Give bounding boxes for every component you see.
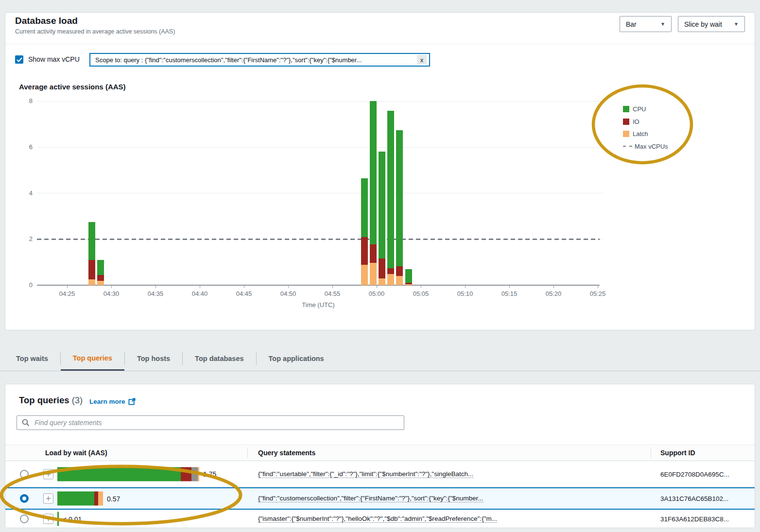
max-vcpus-line bbox=[37, 239, 600, 240]
bar-segment-io bbox=[387, 268, 394, 274]
x-tick-label: 05:15 bbox=[495, 290, 524, 297]
y-tick-label: 0 bbox=[18, 281, 33, 289]
tab-top-waits[interactable]: Top waits bbox=[11, 346, 60, 371]
load-value: < 0.01 bbox=[63, 515, 82, 523]
chart-bar-05:02[interactable] bbox=[396, 130, 403, 285]
x-tick-label: 04:25 bbox=[52, 290, 82, 297]
load-by-wait-bar[interactable]: 1.75 bbox=[57, 467, 216, 481]
x-tick-mark bbox=[598, 286, 598, 288]
x-tick-label: 05:05 bbox=[406, 290, 435, 297]
x-tick-mark bbox=[332, 286, 333, 288]
legend-label: IO bbox=[633, 118, 639, 125]
load-segment-other bbox=[191, 467, 198, 481]
chart-bar-05:03[interactable] bbox=[405, 269, 412, 285]
x-tick-label: 04:30 bbox=[97, 290, 126, 297]
query-row-3: < 0.01{"ismaster":{"$numberInt":"?"},"he… bbox=[5, 510, 755, 528]
bar-segment-latch bbox=[387, 274, 394, 285]
y-tick-label: 8 bbox=[18, 97, 33, 104]
chart-type-dropdown[interactable]: Bar ▼ bbox=[620, 16, 672, 32]
x-tick-label: 04:35 bbox=[141, 290, 170, 297]
row-radio-selected[interactable] bbox=[20, 494, 29, 503]
plus-icon bbox=[46, 516, 51, 522]
bar-segment-latch bbox=[396, 276, 403, 285]
panel-header-divider bbox=[5, 44, 755, 44]
x-tick-label: 04:50 bbox=[274, 290, 303, 297]
show-max-vcpu-label: Show max vCPU bbox=[28, 55, 80, 63]
legend-item-latch: Latch bbox=[623, 128, 668, 140]
show-max-vcpu-checkbox[interactable] bbox=[15, 55, 23, 64]
y-tick-label: 4 bbox=[18, 189, 33, 197]
query-statement-link[interactable]: {"find":"customerscollection","filter":{… bbox=[258, 495, 484, 502]
tab-top-databases[interactable]: Top databases bbox=[183, 346, 256, 371]
tab-top-hosts[interactable]: Top hosts bbox=[125, 346, 182, 371]
tab-top-queries[interactable]: Top queries bbox=[61, 346, 124, 371]
tabs-bar: Top waits Top queries Top hosts Top data… bbox=[0, 346, 760, 371]
x-axis-line bbox=[37, 285, 600, 286]
x-tick-label: 05:00 bbox=[362, 290, 391, 297]
load-by-wait-bar[interactable]: < 0.01 bbox=[57, 512, 82, 526]
support-id: 6E0FD2708D0A695C... bbox=[660, 470, 729, 478]
chart-bar-04:28[interactable] bbox=[97, 260, 104, 285]
bar-segment-io bbox=[379, 258, 385, 278]
load-segment-cpu bbox=[57, 492, 94, 506]
load-segment-io bbox=[181, 467, 191, 481]
chart-bar-05:00[interactable] bbox=[379, 152, 385, 285]
bar-segment-latch bbox=[88, 279, 95, 285]
section-title: Top queries (3) bbox=[19, 395, 83, 406]
load-segment-cpu bbox=[57, 512, 59, 526]
x-tick-label: 04:45 bbox=[229, 290, 259, 297]
chart-bar-04:59[interactable] bbox=[370, 101, 377, 285]
section-count: (3) bbox=[72, 395, 83, 405]
row-radio[interactable] bbox=[20, 470, 29, 479]
chart-type-dropdown-value: Bar bbox=[626, 20, 637, 28]
bar-segment-io bbox=[97, 275, 104, 281]
column-divider bbox=[651, 447, 651, 458]
gridline-6 bbox=[37, 147, 603, 148]
search-input[interactable] bbox=[17, 415, 404, 430]
x-tick-label: 05:25 bbox=[583, 290, 612, 297]
bar-segment-io bbox=[370, 244, 377, 263]
bar-segment-cpu bbox=[379, 152, 385, 258]
section-title-text: Top queries bbox=[19, 395, 69, 405]
bar-segment-cpu bbox=[361, 178, 368, 237]
legend-swatch bbox=[623, 106, 629, 112]
load-segment-latch bbox=[198, 467, 199, 481]
x-tick-mark bbox=[465, 286, 466, 288]
chart-bar-04:27[interactable] bbox=[88, 222, 95, 285]
x-tick-mark bbox=[155, 286, 156, 288]
gridline-4 bbox=[37, 193, 603, 193]
expand-row-button[interactable] bbox=[43, 514, 53, 524]
legend-swatch bbox=[623, 131, 629, 137]
query-table-body: 1.75{"find":"usertable","filter":{"_id":… bbox=[5, 461, 755, 528]
legend-label: Latch bbox=[633, 130, 648, 137]
bar-segment-latch bbox=[370, 263, 377, 285]
row-radio[interactable] bbox=[20, 515, 29, 523]
query-row-1: 1.75{"find":"usertable","filter":{"_id":… bbox=[5, 461, 755, 487]
column-header-support-id: Support ID bbox=[660, 449, 695, 457]
load-by-wait-bar[interactable]: 0.57 bbox=[57, 492, 120, 506]
tab-top-applications[interactable]: Top applications bbox=[257, 346, 336, 371]
bar-segment-io bbox=[88, 260, 95, 279]
search-icon bbox=[22, 419, 30, 427]
bar-segment-latch bbox=[379, 278, 385, 285]
x-tick-label: 05:20 bbox=[539, 290, 568, 297]
query-statement-link[interactable]: {"find":"usertable","filter":{"_id":"?"}… bbox=[258, 470, 473, 478]
database-load-panel: Database load Current activity measured … bbox=[5, 12, 755, 330]
load-segment-latch bbox=[98, 492, 103, 506]
scope-filter-text: Scope to: query : {"find":"customerscoll… bbox=[95, 56, 414, 64]
expand-row-button[interactable] bbox=[43, 494, 53, 504]
x-tick-mark bbox=[111, 286, 112, 288]
chart-bar-05:01[interactable] bbox=[387, 111, 394, 285]
slice-by-dropdown[interactable]: Slice by wait ▼ bbox=[678, 16, 745, 32]
x-tick-label: 04:55 bbox=[318, 290, 347, 297]
learn-more-link[interactable]: Learn more bbox=[89, 398, 136, 405]
query-statement-link[interactable]: {"ismaster":{"$numberInt":"?"},"helloOk"… bbox=[258, 515, 497, 523]
scope-filter-close-button[interactable]: x bbox=[417, 55, 427, 65]
legend-label: CPU bbox=[633, 105, 646, 113]
bar-segment-io bbox=[396, 266, 403, 276]
gridline-8 bbox=[37, 101, 603, 102]
expand-row-button[interactable] bbox=[43, 469, 53, 479]
chart-bar-04:58[interactable] bbox=[361, 178, 368, 285]
load-segment-cpu bbox=[57, 467, 181, 481]
x-tick-mark bbox=[509, 286, 510, 288]
